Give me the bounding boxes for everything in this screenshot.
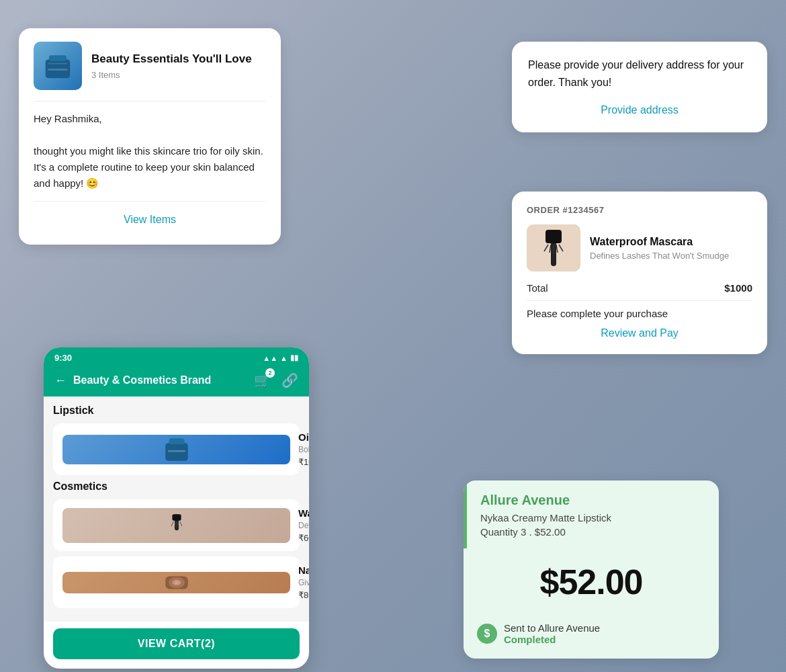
- order-product-desc: Defines Lashes That Won't Smudge: [590, 251, 729, 261]
- blush-price: ₹800: [298, 590, 309, 600]
- payment-product-name: Nykaa Creamy Matte Lipstick: [480, 512, 705, 523]
- order-product-name: Waterproof Mascara: [590, 236, 729, 248]
- svg-rect-6: [545, 230, 562, 243]
- order-number: ORDER #1234567: [527, 205, 752, 215]
- mascara-info: Waterproof Mascara Defines lashes that w…: [298, 507, 309, 543]
- payment-card: Allure Avenue Nykaa Creamy Matte Lipstic…: [464, 480, 719, 659]
- payment-status: $ Sent to Allure Avenue Completed: [464, 613, 719, 659]
- svg-rect-3: [48, 63, 68, 65]
- sent-to-text: Sent to Allure Avenue: [504, 622, 600, 634]
- order-card: ORDER #1234567 Waterproof Mascara Define…: [512, 192, 767, 354]
- svg-rect-12: [165, 443, 187, 460]
- product-item-blush: Natural Blush Gives cheeks a healthy, su…: [53, 556, 300, 608]
- mascara-name: Waterproof Mascara: [298, 507, 309, 519]
- status-time: 9:30: [54, 353, 72, 363]
- blush-image: [62, 572, 290, 593]
- complete-purchase-text: Please complete your purchase: [527, 308, 752, 319]
- link-icon[interactable]: 🔗: [281, 372, 298, 388]
- order-product-info: Waterproof Mascara Defines Lashes That W…: [590, 236, 729, 261]
- svg-rect-1: [49, 55, 67, 61]
- wifi-icon: ▲: [280, 354, 288, 362]
- beauty-essentials-card: Beauty Essentials You'll Love 3 Items He…: [19, 28, 281, 245]
- phone-card: 9:30 ▲▲ ▲ ▮▮ ← Beauty & Cosmetics Brand …: [44, 347, 309, 669]
- status-text-block: Sent to Allure Avenue Completed: [504, 622, 600, 645]
- cart-badge: 2: [265, 368, 275, 378]
- cart-icon[interactable]: 🛒 2: [254, 372, 271, 388]
- greeting-text: Hey Rashmika,: [34, 111, 266, 127]
- provide-address-link[interactable]: Provide address: [528, 104, 751, 116]
- store-name: Beauty & Cosmetics Brand: [73, 374, 211, 386]
- moisturizer-image: [62, 435, 290, 464]
- moisturizer-info: Oil-Free Moisturizer Bold color with a v…: [298, 431, 309, 467]
- moisturizer-price: ₹1000: [298, 457, 309, 467]
- payment-qty-price: Quantity 3 . $52.00: [480, 526, 705, 538]
- total-label: Total: [527, 282, 548, 294]
- order-total-row: Total $1000: [527, 282, 752, 301]
- phone-header: ← Beauty & Cosmetics Brand 🛒 2 🔗: [44, 367, 309, 396]
- view-items-link[interactable]: View Items: [34, 214, 266, 226]
- svg-rect-14: [167, 450, 185, 452]
- total-amount: $1000: [724, 282, 752, 294]
- moisturizer-name: Oil-Free Moisturizer: [298, 431, 309, 443]
- items-count: 3 Items: [91, 70, 252, 80]
- moisturizer-desc: Bold color with a velvety finish.: [298, 445, 309, 454]
- product-item-mascara: Waterproof Mascara Defines lashes that w…: [53, 499, 300, 551]
- payment-header: Allure Avenue Nykaa Creamy Matte Lipstic…: [464, 480, 719, 548]
- svg-line-21: [179, 521, 181, 526]
- view-cart-button[interactable]: VIEW CART(2): [53, 628, 300, 659]
- svg-rect-0: [46, 59, 71, 78]
- order-product: Waterproof Mascara Defines Lashes That W…: [527, 224, 752, 271]
- svg-rect-13: [169, 438, 184, 444]
- body-text: thought you might like this skincare tri…: [34, 143, 266, 192]
- product-header: Beauty Essentials You'll Love 3 Items: [34, 42, 266, 90]
- status-icons: ▲▲ ▲ ▮▮: [263, 353, 298, 362]
- delivery-text: Please provide your delivery address for…: [528, 56, 751, 91]
- svg-line-17: [171, 521, 173, 526]
- product-thumbnail: [34, 42, 82, 90]
- mascara-thumbnail: [527, 224, 580, 271]
- mascara-price: ₹600: [298, 533, 309, 543]
- payment-store-title: Allure Avenue: [480, 493, 705, 508]
- svg-point-25: [175, 581, 178, 583]
- product-item-moisturizer: Oil-Free Moisturizer Bold color with a v…: [53, 423, 300, 475]
- divider: [34, 101, 266, 101]
- blush-desc: Gives cheeks a healthy, sun-kissed fl...: [298, 578, 309, 587]
- review-pay-link[interactable]: Review and Pay: [527, 327, 752, 339]
- svg-rect-2: [48, 69, 68, 71]
- category-lipstick: Lipstick: [53, 405, 300, 417]
- phone-header-left: ← Beauty & Cosmetics Brand: [54, 374, 211, 388]
- mascara-desc: Defines lashes that won't smudge: [298, 521, 309, 530]
- category-cosmetics: Cosmetics: [53, 480, 300, 493]
- status-bar: 9:30 ▲▲ ▲ ▮▮: [44, 347, 309, 367]
- blush-name: Natural Blush: [298, 564, 309, 576]
- svg-rect-16: [172, 514, 181, 521]
- signal-icon: ▲▲: [263, 354, 277, 362]
- divider-2: [34, 201, 266, 202]
- back-arrow-icon[interactable]: ←: [54, 374, 67, 388]
- product-name: Beauty Essentials You'll Love: [91, 52, 252, 67]
- payment-amount: $52.00: [464, 548, 719, 613]
- battery-icon: ▮▮: [290, 353, 298, 362]
- dollar-icon: $: [477, 624, 497, 644]
- phone-header-icons: 🛒 2 🔗: [254, 372, 298, 388]
- mascara-image: [62, 508, 290, 543]
- phone-content: Lipstick Oil-Free Moisturizer Bold color…: [44, 396, 309, 622]
- delivery-address-card: Please provide your delivery address for…: [512, 42, 767, 132]
- product-info: Beauty Essentials You'll Love 3 Items: [91, 52, 252, 79]
- blush-info: Natural Blush Gives cheeks a healthy, su…: [298, 564, 309, 600]
- completed-status: Completed: [504, 634, 600, 645]
